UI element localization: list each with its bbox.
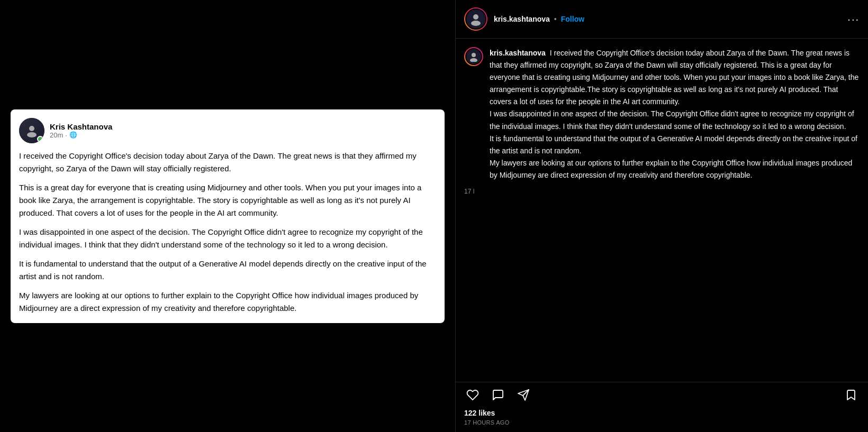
ig-header-user: kris.kashtanova • Follow <box>494 15 841 23</box>
fb-username: Kris Kashtanova <box>50 122 112 131</box>
post-paragraph-1: I received the Copyright Office's decisi… <box>19 150 436 175</box>
post-paragraph-2: This is a great day for everyone that is… <box>19 181 436 219</box>
ig-actions-left <box>464 387 532 403</box>
bookmark-icon <box>845 389 857 401</box>
post-body: I received the Copyright Office's decisi… <box>19 150 436 315</box>
right-panel: kris.kashtanova • Follow ··· kris.kashta… <box>455 0 868 432</box>
ig-comment-body: kris.kashtanova I received the Copyright… <box>490 47 860 181</box>
globe-icon: 🌐 <box>69 131 77 139</box>
like-count: 122 likes <box>464 409 860 417</box>
ig-actions-bar <box>456 382 868 408</box>
post-paragraph-5: My lawyers are looking at our options to… <box>19 289 436 315</box>
ig-header-avatar <box>464 7 487 31</box>
svg-point-2 <box>473 14 478 20</box>
ig-content: kris.kashtanova I received the Copyright… <box>456 39 868 382</box>
post-header: Kris Kashtanova 20m · 🌐 <box>19 118 436 143</box>
ig-comment-content: I received the Copyright Office's decisi… <box>490 49 858 179</box>
share-icon <box>517 389 530 401</box>
ig-separator-dot: • <box>554 15 557 23</box>
avatar <box>19 118 44 143</box>
heart-icon <box>466 389 479 401</box>
ig-footer: 122 likes 17 HOURS AGO <box>456 408 868 432</box>
bookmark-button[interactable] <box>843 387 860 403</box>
facebook-post: Kris Kashtanova 20m · 🌐 I received the C… <box>11 109 445 323</box>
user-info: Kris Kashtanova 20m · 🌐 <box>50 122 112 139</box>
ig-main-comment: kris.kashtanova I received the Copyright… <box>464 47 860 181</box>
partial-like-count: 17 l <box>464 186 860 197</box>
like-button[interactable] <box>464 387 481 403</box>
post-timestamp: 17 HOURS AGO <box>464 419 860 426</box>
comment-button[interactable] <box>490 387 507 403</box>
follow-button[interactable]: Follow <box>561 15 584 23</box>
online-badge <box>37 136 43 142</box>
fb-meta: 20m · 🌐 <box>50 131 112 139</box>
svg-point-1 <box>27 132 37 137</box>
ig-header: kris.kashtanova • Follow ··· <box>456 0 868 39</box>
svg-point-0 <box>29 126 34 131</box>
svg-point-3 <box>471 21 481 26</box>
svg-point-5 <box>470 58 477 62</box>
more-options-button[interactable]: ··· <box>847 13 860 25</box>
ig-comment-avatar <box>464 47 483 66</box>
ig-comment-username: kris.kashtanova <box>490 49 546 57</box>
share-button[interactable] <box>515 387 532 403</box>
ig-header-username: kris.kashtanova <box>494 15 550 23</box>
post-time: 20m <box>50 131 63 139</box>
left-panel: Kris Kashtanova 20m · 🌐 I received the C… <box>0 0 455 432</box>
separator: · <box>65 131 67 139</box>
post-paragraph-4: It is fundamental to understand that the… <box>19 258 436 283</box>
post-paragraph-3: I was disappointed in one aspect of the … <box>19 226 436 251</box>
comment-icon <box>492 389 504 401</box>
svg-point-4 <box>472 53 476 57</box>
